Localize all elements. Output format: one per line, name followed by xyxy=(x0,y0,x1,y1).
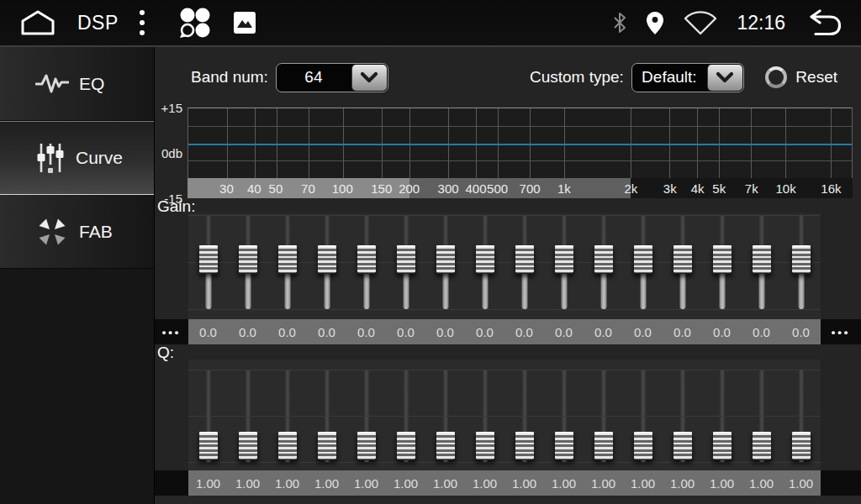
gallery-icon[interactable] xyxy=(233,11,256,34)
q-slider-14[interactable] xyxy=(702,360,742,470)
gain-slider-8[interactable] xyxy=(465,213,504,319)
q-value-14: 1.00 xyxy=(702,470,742,496)
gain-slider-4[interactable] xyxy=(307,213,346,319)
chevron-down-icon[interactable] xyxy=(707,65,742,91)
q-slider-knob[interactable] xyxy=(791,432,811,460)
q-slider-1[interactable] xyxy=(188,360,228,470)
gain-slider-16[interactable] xyxy=(781,213,821,319)
gain-slider-knob[interactable] xyxy=(633,245,653,274)
reset-control[interactable]: Reset xyxy=(765,66,837,88)
gain-scroll-right-button[interactable]: ••• xyxy=(821,319,861,344)
gain-slider-knob[interactable] xyxy=(475,245,495,274)
sidebar-item-curve[interactable]: Curve xyxy=(0,121,154,195)
gain-slider-knob[interactable] xyxy=(277,245,298,274)
q-slider-knob[interactable] xyxy=(712,432,732,460)
q-slider-2[interactable] xyxy=(228,360,267,470)
q-slider-5[interactable] xyxy=(346,360,386,470)
eq-curve-graph: +15 0db -15 3040507010015020030040050070… xyxy=(155,99,861,198)
q-value-9: 1.00 xyxy=(504,470,544,496)
gain-slider-12[interactable] xyxy=(623,213,663,319)
q-slider-knob[interactable] xyxy=(752,432,772,460)
q-slider-3[interactable] xyxy=(267,360,307,470)
q-value-16: 1.00 xyxy=(781,470,821,496)
gain-slider-15[interactable] xyxy=(742,213,781,319)
chevron-down-icon[interactable] xyxy=(351,65,387,91)
q-slider-6[interactable] xyxy=(386,360,425,470)
sidebar-item-label: EQ xyxy=(79,74,104,94)
q-slider-knob[interactable] xyxy=(594,432,614,460)
gain-slider-knob[interactable] xyxy=(712,245,732,274)
q-slider-7[interactable] xyxy=(425,360,465,470)
q-slider-10[interactable] xyxy=(544,360,584,470)
back-return-icon[interactable] xyxy=(804,9,843,36)
gain-slider-10[interactable] xyxy=(544,213,584,319)
q-slider-knob[interactable] xyxy=(554,432,574,460)
q-slider-15[interactable] xyxy=(742,360,781,470)
reset-label: Reset xyxy=(795,68,837,87)
gain-slider-knob[interactable] xyxy=(317,245,337,274)
graph-y-axis: +15 0db -15 xyxy=(155,108,188,198)
gain-slider-knob[interactable] xyxy=(436,245,456,274)
sidebar-item-label: Curve xyxy=(76,148,123,168)
app-title: DSP xyxy=(77,12,119,34)
gain-slider-1[interactable] xyxy=(188,213,228,319)
sidebar-item-eq[interactable]: EQ xyxy=(0,47,154,121)
q-slider-knob[interactable] xyxy=(436,432,456,460)
frequency-tick-label: 400 xyxy=(466,181,487,196)
q-slider-knob[interactable] xyxy=(396,432,416,460)
gain-slider-6[interactable] xyxy=(386,213,425,319)
q-left-cap[interactable] xyxy=(155,470,188,496)
gain-slider-knob[interactable] xyxy=(396,245,416,274)
gain-slider-11[interactable] xyxy=(584,213,623,319)
sidebar-item-fab[interactable]: FAB xyxy=(0,195,154,269)
gain-slider-7[interactable] xyxy=(425,213,465,319)
q-value-13: 1.00 xyxy=(663,470,702,496)
gain-slider-knob[interactable] xyxy=(554,245,574,274)
q-slider-knob[interactable] xyxy=(277,432,298,460)
q-slider-knob[interactable] xyxy=(198,432,219,460)
gain-slider-knob[interactable] xyxy=(515,245,535,274)
q-slider-knob[interactable] xyxy=(238,432,258,460)
gain-scroll-left-button[interactable]: ••• xyxy=(155,319,188,344)
home-icon[interactable] xyxy=(18,9,57,36)
gain-slider-knob[interactable] xyxy=(594,245,614,274)
frequency-tick-label: 16k xyxy=(821,181,841,196)
q-slider-knob[interactable] xyxy=(357,432,377,460)
q-slider-9[interactable] xyxy=(504,360,544,470)
gain-sliders xyxy=(188,213,821,319)
frequency-tick-label: 4k xyxy=(691,181,705,196)
q-slider-12[interactable] xyxy=(623,360,663,470)
q-right-cap[interactable] xyxy=(821,470,861,496)
q-slider-knob[interactable] xyxy=(633,432,653,460)
q-slider-8[interactable] xyxy=(465,360,504,470)
gain-slider-knob[interactable] xyxy=(791,245,811,274)
reset-radio[interactable] xyxy=(765,66,787,88)
gain-slider-knob[interactable] xyxy=(357,245,377,274)
gain-value-2: 0.0 xyxy=(228,319,267,344)
gain-slider-14[interactable] xyxy=(702,213,742,319)
gain-slider-5[interactable] xyxy=(346,213,386,319)
gain-slider-3[interactable] xyxy=(267,213,307,319)
q-value-12: 1.00 xyxy=(623,470,663,496)
gain-slider-13[interactable] xyxy=(663,213,702,319)
gain-slider-9[interactable] xyxy=(504,213,544,319)
q-slider-16[interactable] xyxy=(781,360,821,470)
custom-type-dropdown[interactable]: Default: xyxy=(631,63,744,92)
apps-clover-icon[interactable] xyxy=(176,4,213,41)
q-slider-knob[interactable] xyxy=(317,432,337,460)
gain-slider-knob[interactable] xyxy=(673,245,693,274)
q-slider-knob[interactable] xyxy=(673,432,693,460)
q-slider-knob[interactable] xyxy=(475,432,495,460)
q-slider-4[interactable] xyxy=(307,360,346,470)
overflow-menu-icon[interactable] xyxy=(139,8,145,37)
y-axis-label: +15 xyxy=(161,101,182,115)
gain-slider-knob[interactable] xyxy=(752,245,772,274)
gain-value-16: 0.0 xyxy=(781,319,821,344)
q-slider-knob[interactable] xyxy=(515,432,535,460)
gain-slider-knob[interactable] xyxy=(238,245,258,274)
gain-slider-knob[interactable] xyxy=(198,245,219,274)
q-slider-11[interactable] xyxy=(584,360,623,470)
band-num-dropdown[interactable]: 64 xyxy=(276,63,388,92)
gain-slider-2[interactable] xyxy=(228,213,267,319)
q-slider-13[interactable] xyxy=(663,360,702,470)
